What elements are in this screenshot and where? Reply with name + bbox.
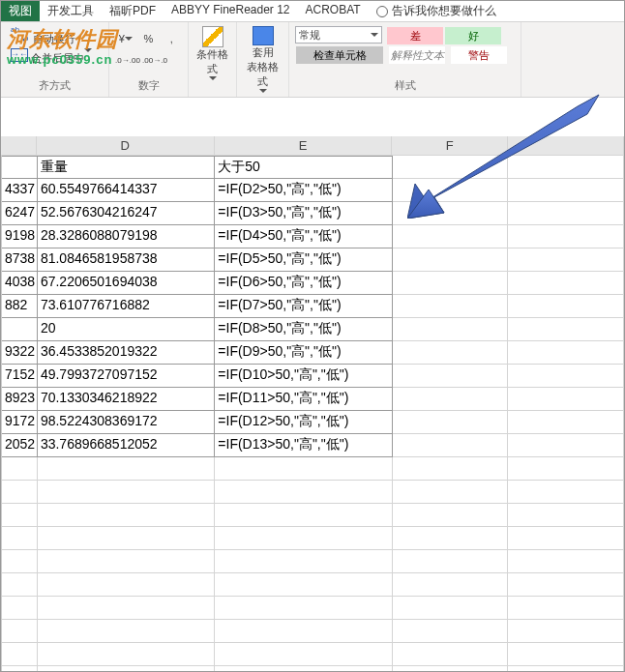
cell[interactable]: [393, 365, 509, 388]
cell[interactable]: [2, 573, 38, 597]
cell[interactable]: [393, 388, 509, 411]
cell[interactable]: [508, 318, 624, 341]
cell[interactable]: [215, 504, 392, 527]
col-header-e[interactable]: E: [215, 136, 393, 155]
cell[interactable]: [393, 643, 509, 666]
comma-button[interactable]: ,: [161, 30, 182, 47]
cell[interactable]: [38, 527, 215, 550]
cell[interactable]: 8923: [2, 388, 38, 411]
cell[interactable]: [2, 597, 38, 620]
cell[interactable]: [508, 225, 624, 248]
cell[interactable]: [508, 295, 624, 318]
cell[interactable]: [2, 643, 38, 666]
cell[interactable]: [2, 504, 38, 527]
cell[interactable]: =IF(D6>50,"高","低"): [215, 272, 392, 295]
cell[interactable]: [508, 341, 624, 365]
tell-me[interactable]: 告诉我你想要做什么: [369, 1, 504, 21]
conditional-format-button[interactable]: 条件格式: [189, 22, 237, 97]
cell[interactable]: [2, 318, 38, 341]
cell[interactable]: [215, 457, 392, 481]
cell[interactable]: 28.3286088079198: [38, 225, 215, 248]
cell[interactable]: [508, 434, 624, 457]
style-good[interactable]: 好: [445, 27, 501, 44]
cell[interactable]: [38, 504, 215, 527]
style-explanatory[interactable]: 解释性文本: [389, 46, 445, 64]
cell[interactable]: =IF(D2>50,"高","低"): [215, 179, 392, 202]
cell[interactable]: [508, 272, 624, 295]
cell[interactable]: [393, 620, 509, 643]
cell[interactable]: =IF(D13>50,"高","低"): [215, 434, 392, 457]
cell[interactable]: 9198: [2, 225, 38, 248]
cell[interactable]: [508, 365, 624, 388]
cell[interactable]: 6247: [2, 202, 38, 225]
cell[interactable]: 2052: [2, 434, 38, 457]
cell[interactable]: [38, 457, 215, 481]
cell[interactable]: [2, 550, 38, 573]
cell[interactable]: [393, 248, 509, 272]
cell[interactable]: [2, 481, 38, 504]
cell[interactable]: [393, 481, 509, 504]
tab-view[interactable]: 视图: [1, 1, 40, 21]
cell[interactable]: [38, 573, 215, 597]
cell[interactable]: 9322: [2, 341, 38, 365]
cell[interactable]: [393, 411, 509, 434]
cell[interactable]: [393, 341, 509, 365]
cell-e1[interactable]: 大于50: [215, 156, 392, 179]
cell[interactable]: [38, 620, 215, 643]
cell[interactable]: 9172: [2, 411, 38, 434]
cell[interactable]: [38, 666, 215, 671]
number-format-dropdown[interactable]: 常规: [295, 26, 382, 44]
cell[interactable]: 7152: [2, 365, 38, 388]
cell[interactable]: [215, 481, 392, 504]
cell[interactable]: [2, 156, 38, 179]
tab-abbyy[interactable]: ABBYY FineReader 12: [164, 1, 298, 21]
cell[interactable]: 4337: [2, 179, 38, 202]
col-header-c[interactable]: [1, 136, 37, 155]
cell[interactable]: [508, 457, 624, 481]
cell-d1[interactable]: 重量: [38, 156, 215, 179]
cell[interactable]: =IF(D5>50,"高","低"): [215, 248, 392, 272]
cell[interactable]: 882: [2, 295, 38, 318]
cell[interactable]: [215, 643, 392, 666]
cell[interactable]: [393, 225, 509, 248]
tab-foxit[interactable]: 福昕PDF: [102, 1, 164, 21]
cell[interactable]: [2, 666, 38, 671]
cell[interactable]: =IF(D10>50,"高","低"): [215, 365, 392, 388]
cell[interactable]: 73.610776716882: [38, 295, 215, 318]
cell[interactable]: [508, 411, 624, 434]
cell[interactable]: =IF(D3>50,"高","低"): [215, 202, 392, 225]
cell[interactable]: [393, 272, 509, 295]
cell[interactable]: [508, 573, 624, 597]
cell[interactable]: [38, 481, 215, 504]
cell[interactable]: =IF(D9>50,"高","低"): [215, 341, 392, 365]
cell[interactable]: 98.5224308369172: [38, 411, 215, 434]
cell[interactable]: 60.5549766414337: [38, 179, 215, 202]
cell[interactable]: [508, 481, 624, 504]
cell[interactable]: 33.7689668512052: [38, 434, 215, 457]
cell[interactable]: [393, 504, 509, 527]
tab-acrobat[interactable]: ACROBAT: [298, 1, 369, 21]
cell[interactable]: 52.5676304216247: [38, 202, 215, 225]
decrease-decimal-button[interactable]: .00→.0: [142, 51, 167, 69]
cell[interactable]: 70.1330346218922: [38, 388, 215, 411]
cell[interactable]: [38, 550, 215, 573]
cell[interactable]: [393, 434, 509, 457]
cell[interactable]: [215, 573, 392, 597]
cell[interactable]: [393, 318, 509, 341]
cell[interactable]: 8738: [2, 248, 38, 272]
increase-decimal-button[interactable]: .0→.00: [115, 51, 140, 69]
cell[interactable]: [393, 666, 509, 671]
cell[interactable]: =IF(D8>50,"高","低"): [215, 318, 392, 341]
cell[interactable]: [508, 620, 624, 643]
cell[interactable]: [215, 550, 392, 573]
cell[interactable]: [215, 527, 392, 550]
table-format-button[interactable]: 套用 表格格式: [237, 22, 289, 97]
cell[interactable]: =IF(D7>50,"高","低"): [215, 295, 392, 318]
cell[interactable]: 49.7993727097152: [38, 365, 215, 388]
cell[interactable]: [38, 597, 215, 620]
cell[interactable]: [38, 643, 215, 666]
cell[interactable]: [393, 295, 509, 318]
cell[interactable]: [508, 248, 624, 272]
cell[interactable]: [2, 457, 38, 481]
cell[interactable]: [215, 666, 392, 671]
